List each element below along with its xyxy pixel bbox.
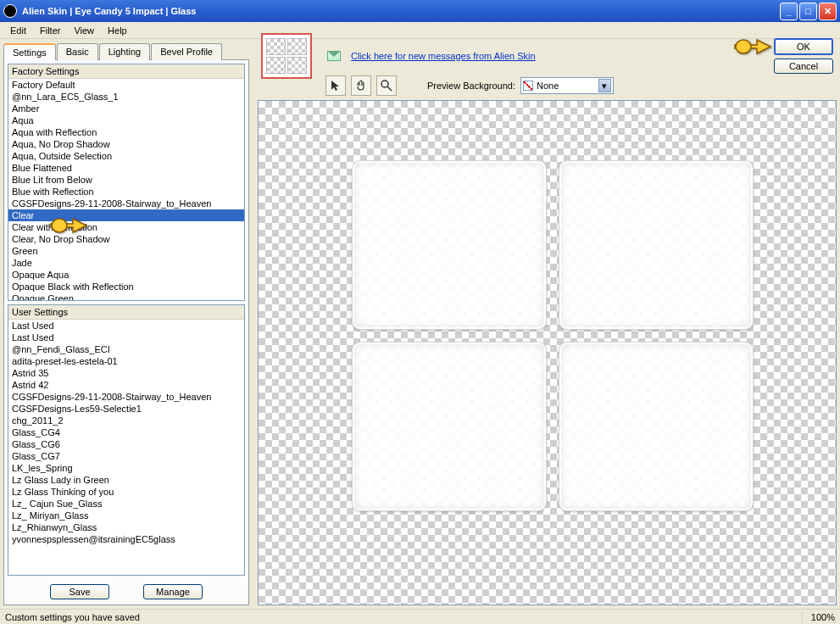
left-panel: Settings Basic Lighting Bevel Profile Fa… xyxy=(0,39,254,609)
list-item[interactable]: @nn_Lara_EC5_Glass_1 xyxy=(8,91,244,103)
list-item[interactable]: Lz_Rhianwyn_Glass xyxy=(8,521,244,533)
glass-pane xyxy=(559,342,754,511)
list-item[interactable]: LK_les_Spring xyxy=(8,462,244,474)
preview-background-label: Preview Background: xyxy=(427,81,515,91)
minimize-button[interactable]: _ xyxy=(780,3,798,20)
list-item[interactable]: Opaque Aqua xyxy=(8,269,244,281)
tab-strip: Settings Basic Lighting Bevel Profile xyxy=(3,42,249,60)
list-item[interactable]: Clear with Reflection xyxy=(8,221,244,233)
list-item[interactable]: Amber xyxy=(8,103,244,114)
menu-filter[interactable]: Filter xyxy=(35,24,65,37)
status-bar: Custom settings you have saved 100% xyxy=(0,609,840,624)
list-item[interactable]: yvonnespsplessen@itsrainingEC5glass xyxy=(8,533,244,545)
maximize-button[interactable]: □ xyxy=(799,3,817,20)
preview-content xyxy=(352,160,754,511)
list-item[interactable]: adita-preset-les-estela-01 xyxy=(8,355,244,367)
user-settings-header: User Settings xyxy=(8,305,244,320)
navigator-thumbnail[interactable] xyxy=(261,33,312,79)
list-item[interactable]: Glass_CG7 xyxy=(8,450,244,462)
tab-basic[interactable]: Basic xyxy=(57,43,98,60)
titlebar: Alien Skin | Eye Candy 5 Impact | Glass … xyxy=(0,0,840,22)
zoom-tool-button[interactable] xyxy=(376,75,397,96)
list-item[interactable]: Last Used xyxy=(8,332,244,343)
factory-settings-header: Factory Settings xyxy=(8,64,244,79)
list-item[interactable]: Clear, No Drop Shadow xyxy=(8,233,244,245)
list-item[interactable]: Lz_ Miriyan_Glass xyxy=(8,510,244,521)
preview-area[interactable] xyxy=(258,100,837,605)
preview-background-dropdown[interactable]: None ▾ xyxy=(520,77,614,94)
glass-pane xyxy=(352,160,547,330)
messages-link[interactable]: Click here for new messages from Alien S… xyxy=(351,51,536,61)
svg-point-1 xyxy=(736,40,751,53)
chevron-down-icon: ▾ xyxy=(598,79,611,92)
list-item[interactable]: Blue Flattened xyxy=(8,162,244,174)
window-title: Alien Skin | Eye Candy 5 Impact | Glass xyxy=(22,6,780,16)
list-item[interactable]: Green xyxy=(8,245,244,257)
list-item[interactable]: Opaque Black with Reflection xyxy=(8,281,244,292)
list-item[interactable]: Glass_CG4 xyxy=(8,426,244,438)
list-item[interactable]: Blue Lit from Below xyxy=(8,174,244,186)
list-item[interactable]: Aqua xyxy=(8,114,244,126)
menu-view[interactable]: View xyxy=(69,24,99,37)
app-icon xyxy=(3,4,17,18)
zoom-level: 100% xyxy=(802,612,835,622)
menu-help[interactable]: Help xyxy=(103,24,132,37)
list-item[interactable]: Lz_ Cajun Sue_Glass xyxy=(8,498,244,510)
list-item[interactable]: Aqua with Reflection xyxy=(8,126,244,138)
list-item[interactable]: Astrid 42 xyxy=(8,379,244,391)
menu-edit[interactable]: Edit xyxy=(5,24,31,37)
preview-background-value: None xyxy=(537,81,559,91)
menubar: Edit Filter View Help xyxy=(0,22,840,39)
list-item[interactable]: CGSFDesigns-29-11-2008-Stairway_to_Heave… xyxy=(8,198,244,209)
list-item[interactable]: @nn_Fendi_Glass_ECI xyxy=(8,343,244,355)
list-item[interactable]: Last Used xyxy=(8,320,244,332)
glass-pane xyxy=(352,342,547,511)
list-item[interactable]: Clear xyxy=(8,209,244,221)
user-settings-listbox[interactable]: User Settings Last UsedLast Used@nn_Fend… xyxy=(8,304,245,576)
list-item[interactable]: Factory Default xyxy=(8,79,244,91)
close-button[interactable]: ✕ xyxy=(819,3,837,20)
tab-body: Factory Settings Factory Default@nn_Lara… xyxy=(3,60,249,605)
list-item[interactable]: Lz Glass Lady in Green xyxy=(8,474,244,486)
list-item[interactable]: Opaque Green xyxy=(8,292,244,300)
message-icon xyxy=(327,51,341,61)
manage-button[interactable]: Manage xyxy=(143,584,203,599)
list-item[interactable]: Aqua, Outside Selection xyxy=(8,150,244,162)
list-item[interactable]: Aqua, No Drop Shadow xyxy=(8,138,244,150)
right-panel: Click here for new messages from Alien S… xyxy=(254,39,840,609)
svg-point-2 xyxy=(381,81,388,87)
ok-button[interactable]: OK xyxy=(774,38,833,55)
list-item[interactable]: CGSFDesigns-Les59-Selectie1 xyxy=(8,403,244,415)
list-item[interactable]: CGSFDesigns-29-11-2008-Stairway_to_Heave… xyxy=(8,391,244,403)
status-text: Custom settings you have saved xyxy=(5,612,140,622)
tab-settings[interactable]: Settings xyxy=(3,43,56,60)
list-item[interactable]: Glass_CG6 xyxy=(8,438,244,450)
list-item[interactable]: Astrid 35 xyxy=(8,367,244,379)
svg-line-3 xyxy=(387,86,392,91)
hand-tool-button[interactable] xyxy=(351,75,371,96)
factory-settings-listbox[interactable]: Factory Settings Factory Default@nn_Lara… xyxy=(8,64,245,301)
none-swatch-icon xyxy=(523,81,533,91)
pointer-tool-button[interactable] xyxy=(325,75,346,96)
list-item[interactable]: Lz Glass Thinking of you xyxy=(8,486,244,498)
glass-pane xyxy=(559,160,754,330)
save-button[interactable]: Save xyxy=(50,584,109,599)
tab-lighting[interactable]: Lighting xyxy=(99,43,151,60)
list-item[interactable]: Jade xyxy=(8,257,244,269)
cancel-button[interactable]: Cancel xyxy=(774,58,833,74)
list-item[interactable]: Blue with Reflection xyxy=(8,186,244,198)
list-item[interactable]: chg_2011_2 xyxy=(8,415,244,426)
tab-bevel-profile[interactable]: Bevel Profile xyxy=(151,43,222,60)
